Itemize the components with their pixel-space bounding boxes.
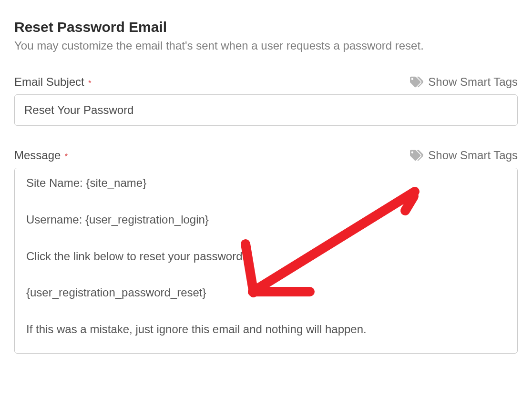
show-smart-tags-subject[interactable]: Show Smart Tags [410,75,518,89]
section-title: Reset Password Email [14,19,518,35]
tags-icon [410,149,423,162]
required-mark: * [65,153,68,161]
message-textarea[interactable] [14,168,518,354]
smart-tags-label: Show Smart Tags [428,75,518,89]
message-label: Message [14,149,61,162]
required-mark: * [88,79,91,87]
email-subject-label: Email Subject [14,75,84,88]
tags-icon [410,75,423,89]
section-description: You may customize the email that's sent … [14,39,518,52]
smart-tags-label: Show Smart Tags [428,149,518,162]
email-subject-input[interactable] [14,94,518,126]
show-smart-tags-message[interactable]: Show Smart Tags [410,149,518,162]
